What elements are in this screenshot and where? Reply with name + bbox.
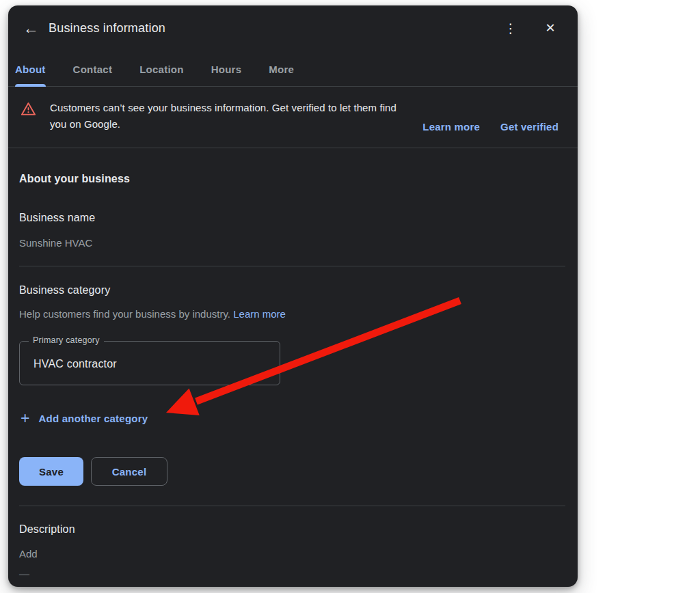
action-buttons: Save Cancel [19,457,567,486]
dialog-content: About your business Business name Sunshi… [8,172,578,580]
category-learn-more-link[interactable]: Learn more [233,308,286,320]
more-options-button[interactable]: ⋮ [502,20,519,36]
divider [19,266,565,266]
description-placeholder-dash: — [19,568,567,580]
category-help-text: Help customers find your business by ind… [19,308,567,320]
verification-banner: Customers can’t see your business inform… [8,87,578,148]
tab-more[interactable]: More [269,51,294,86]
tab-bar: About Contact Location Hours More [8,51,578,87]
get-verified-link[interactable]: Get verified [500,121,558,133]
business-name-value: Sunshine HVAC [19,237,567,249]
dialog-title: Business information [49,21,165,36]
primary-category-input[interactable] [20,342,280,385]
save-button[interactable]: Save [19,457,83,486]
active-tab-underline [15,84,46,87]
tab-contact[interactable]: Contact [73,51,113,86]
tab-location[interactable]: Location [139,51,184,86]
warning-triangle-icon [21,101,36,120]
add-another-category-button[interactable]: + Add another category [19,411,148,425]
banner-links: Learn more Get verified [422,121,558,133]
back-button[interactable]: ← [23,20,39,36]
back-arrow-icon: ← [23,20,39,36]
tab-hours[interactable]: Hours [211,51,242,86]
about-your-business-heading: About your business [19,172,567,185]
learn-more-link[interactable]: Learn more [422,121,480,133]
verification-message: Customers can’t see your business inform… [50,100,397,133]
cancel-button[interactable]: Cancel [91,457,167,486]
business-information-dialog: ← Business information ⋮ ✕ About Contact… [8,5,578,587]
divider [19,506,565,506]
close-button[interactable]: ✕ [542,20,558,36]
close-icon: ✕ [545,22,555,34]
description-add-action[interactable]: Add [19,548,38,560]
business-category-heading: Business category [19,284,567,296]
kebab-menu-icon: ⋮ [504,22,517,35]
primary-category-field: Primary category [19,341,280,385]
plus-icon: + [21,411,29,425]
dialog-header: ← Business information ⋮ ✕ [8,5,578,51]
description-heading: Description [19,523,567,536]
business-name-label: Business name [19,211,567,224]
tab-about[interactable]: About [15,51,46,86]
add-another-category-label: Add another category [38,413,148,424]
